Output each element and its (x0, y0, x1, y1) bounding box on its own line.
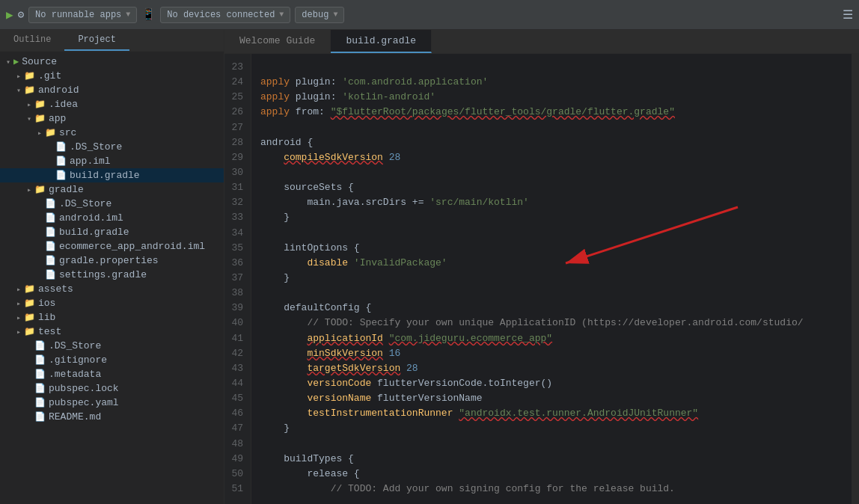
file-icon: 📄 (45, 212, 56, 224)
tree-label-source: Source (22, 56, 57, 67)
tree-label-git: .git (38, 70, 61, 82)
arrow-icon: ▸ (13, 72, 24, 81)
code-line-40: // TODO: Specify your own unique Applica… (260, 316, 843, 331)
sidebar: Outline Project ▾ ▶ Source ▸ 📁 .git ▾ 📁 … (0, 30, 224, 504)
hamburger-button[interactable]: ☰ (843, 7, 853, 22)
tree-label-android-iml: android.iml (59, 212, 123, 224)
tree-label-assets: assets (38, 283, 73, 295)
arrow-icon: ▸ (24, 100, 34, 109)
code-line-42: minSdkVersion 16 (260, 346, 843, 361)
chevron-down-icon2: ▼ (279, 10, 284, 19)
tree-item-ds-store-android[interactable]: 📄 .DS_Store (0, 197, 224, 211)
debug-dropdown[interactable]: debug ▼ (295, 7, 344, 23)
tree-label-build-gradle-app: build.gradle (70, 170, 140, 181)
tree-item-gitignore[interactable]: 📄 .gitignore (0, 353, 224, 367)
gradle-icon: 📄 (55, 170, 67, 181)
file-icon: 📄 (34, 340, 46, 351)
code-line-46: testInstrumentationRunner "androidx.test… (260, 406, 843, 421)
arrow-icon: ▸ (13, 328, 24, 336)
tree-label-lib: lib (38, 312, 55, 323)
tree-label-ds-store-root: .DS_Store (49, 340, 101, 351)
tree-label-ios: ios (38, 298, 55, 309)
tree-item-assets[interactable]: ▸ 📁 assets (0, 282, 224, 296)
folder-icon: 📁 (24, 312, 35, 323)
code-line-29: compileSdkVersion 28 (260, 150, 843, 165)
tree-item-build-gradle-app[interactable]: 📄 build.gradle (0, 168, 224, 182)
code-line-44: versionCode flutterVersionCode.toInteger… (260, 376, 843, 391)
tab-build-gradle[interactable]: build.gradle (331, 30, 432, 53)
devices-dropdown[interactable]: No devices connected ▼ (160, 7, 290, 23)
file-icon: 📄 (45, 255, 56, 266)
code-editor: 23 24 25 26 27 28 29 30 31 32 33 34 35 3… (224, 54, 859, 504)
tab-welcome-guide[interactable]: Welcome Guide (224, 30, 331, 53)
tree-label-metadata: .metadata (49, 369, 101, 380)
folder-icon: 📁 (34, 99, 46, 110)
arrow-icon: ▾ (13, 86, 24, 95)
tree-label-build-gradle-root: build.gradle (59, 227, 129, 238)
tree-item-gradle[interactable]: ▸ 📁 gradle (0, 182, 224, 197)
code-line-39: defaultConfig { (260, 301, 843, 316)
settings-button[interactable]: ⚙ (18, 8, 24, 21)
file-icon: 📄 (55, 141, 67, 153)
runnable-apps-dropdown[interactable]: No runnable apps ▼ (28, 7, 137, 23)
file-icon: 📄 (34, 383, 46, 394)
tree-label-pubspec-yaml: pubspec.yaml (49, 397, 119, 408)
code-line-37: } (260, 271, 843, 286)
tree-item-test[interactable]: ▸ 📁 test (0, 325, 224, 339)
tab-outline[interactable]: Outline (0, 30, 64, 51)
sidebar-tree: ▾ ▶ Source ▸ 📁 .git ▾ 📁 android ▸ 📁 .ide… (0, 52, 224, 504)
code-line-25: apply plugin: 'kotlin-android' (260, 90, 843, 105)
tree-label-gradle-properties: gradle.properties (59, 255, 159, 266)
tree-label-android: android (38, 84, 79, 96)
tree-label-readme: README.md (49, 411, 101, 422)
tree-item-pubspec-yaml[interactable]: 📄 pubspec.yaml (0, 396, 224, 410)
code-line-33: } (260, 210, 843, 225)
code-line-34 (260, 226, 843, 241)
tree-item-metadata[interactable]: 📄 .metadata (0, 367, 224, 381)
tree-item-src[interactable]: ▸ 📁 src (0, 126, 224, 140)
tree-item-source[interactable]: ▾ ▶ Source (0, 55, 224, 69)
tree-item-app[interactable]: ▾ 📁 app (0, 111, 224, 126)
code-line-28: android { (260, 135, 843, 150)
tree-label-test: test (38, 326, 61, 337)
gradle-icon: 📄 (45, 227, 56, 238)
tree-item-readme[interactable]: 📄 README.md (0, 410, 224, 424)
main-area: Outline Project ▾ ▶ Source ▸ 📁 .git ▾ 📁 … (0, 30, 859, 504)
tree-item-android-iml[interactable]: 📄 android.iml (0, 211, 224, 225)
tree-label-ecommerce-iml: ecommerce_app_android.iml (59, 241, 205, 252)
folder-icon: ▶ (13, 56, 19, 67)
code-line-51: // TODO: Add your own signing config for… (260, 482, 843, 497)
toolbar: ▶ ⚙ No runnable apps ▼ 📱 No devices conn… (0, 0, 859, 30)
tree-item-gradle-properties[interactable]: 📄 gradle.properties (0, 253, 224, 268)
tree-item-build-gradle-root[interactable]: 📄 build.gradle (0, 225, 224, 239)
file-icon: 📄 (45, 241, 56, 252)
file-icon: 📄 (34, 411, 46, 422)
editor-area: Welcome Guide build.gradle 23 24 25 26 2… (224, 30, 859, 504)
code-line-24: apply plugin: 'com.android.application' (260, 75, 843, 90)
code-line-31: sourceSets { (260, 180, 843, 195)
chevron-down-icon: ▼ (126, 10, 130, 19)
tree-item-pubspec-lock[interactable]: 📄 pubspec.lock (0, 381, 224, 396)
tree-item-ds-store-app[interactable]: 📄 .DS_Store (0, 140, 224, 154)
file-icon: 📄 (55, 156, 67, 167)
folder-icon: 📁 (24, 298, 35, 309)
tree-item-android[interactable]: ▾ 📁 android (0, 83, 224, 97)
tree-label-app-iml: app.iml (70, 156, 111, 167)
tree-item-lib[interactable]: ▸ 📁 lib (0, 310, 224, 325)
code-line-43: targetSdkVersion 28 (260, 361, 843, 376)
code-line-26: apply from: "$flutterRoot/packages/flutt… (260, 105, 843, 120)
tree-item-ecommerce-iml[interactable]: 📄 ecommerce_app_android.iml (0, 239, 224, 253)
file-icon: 📄 (34, 354, 46, 366)
code-content[interactable]: apply plugin: 'com.android.application' … (251, 54, 852, 504)
scrollbar[interactable] (852, 54, 859, 504)
tree-item-ios[interactable]: ▸ 📁 ios (0, 296, 224, 310)
tree-item-ds-store-root[interactable]: 📄 .DS_Store (0, 339, 224, 353)
arrow-icon: ▾ (24, 114, 34, 123)
tab-project[interactable]: Project (64, 30, 129, 51)
tree-item-idea[interactable]: ▸ 📁 .idea (0, 97, 224, 111)
tree-item-settings-gradle[interactable]: 📄 settings.gradle (0, 268, 224, 282)
run-button[interactable]: ▶ (6, 7, 13, 22)
tree-item-git[interactable]: ▸ 📁 .git (0, 69, 224, 83)
code-line-35: lintOptions { (260, 241, 843, 256)
tree-item-app-iml[interactable]: 📄 app.iml (0, 154, 224, 168)
